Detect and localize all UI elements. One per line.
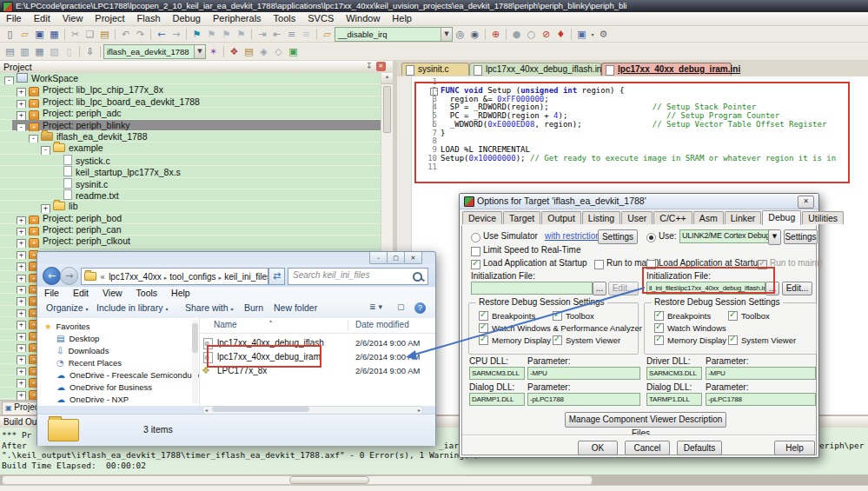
menu-project[interactable]: Project xyxy=(89,12,130,24)
disable-breakpoints-icon[interactable]: ⊘ xyxy=(539,28,553,41)
combo-dropdown-icon[interactable]: ▼ xyxy=(194,45,205,58)
target-options-icon[interactable]: ✶ xyxy=(206,45,221,58)
manage-component-viewer-button[interactable]: Manage Component Viewer Description File… xyxy=(565,412,726,428)
tree-item[interactable]: -example xyxy=(0,143,393,153)
tree-item[interactable]: -iflash_ea_devkit_1788 xyxy=(0,131,393,142)
translate-file-icon[interactable]: ▤ xyxy=(3,45,17,58)
debugger-dropdown-icon[interactable]: ▼ xyxy=(768,229,781,245)
configure-icon[interactable]: ⚙ xyxy=(596,28,611,41)
enable-breakpoint-icon[interactable]: ○ xyxy=(524,28,539,41)
explorer-menu-edit[interactable]: Edit xyxy=(66,287,96,300)
dialog-tab-asm[interactable]: Asm xyxy=(693,211,724,224)
download-to-flash-icon[interactable]: ⇩ xyxy=(83,45,97,58)
driver-dll-param-field[interactable]: -MPU xyxy=(706,367,816,380)
restore-option[interactable]: Memory Display xyxy=(479,335,551,345)
checkbox[interactable] xyxy=(728,311,738,321)
comment-icon[interactable]: ≡ xyxy=(284,28,299,41)
scroll-thumb[interactable] xyxy=(192,323,198,353)
command-organize[interactable]: Organize▾ xyxy=(46,302,89,313)
minimize-button[interactable]: – xyxy=(369,252,388,264)
sidebar-scrollbar[interactable] xyxy=(192,320,198,404)
restore-option[interactable]: Memory Display xyxy=(654,335,726,345)
editor-tab[interactable]: sysinit.c xyxy=(401,63,469,76)
preview-pane-button[interactable]: ▢ xyxy=(397,302,405,311)
scroll-thumb[interactable] xyxy=(383,86,391,133)
restore-option[interactable]: Breakpoints xyxy=(654,310,711,321)
edit-button-right[interactable]: Edit... xyxy=(782,282,812,295)
defaults-button[interactable]: Defaults xyxy=(677,441,722,455)
bookmark-icon[interactable]: ⚑ xyxy=(189,28,204,41)
checkbox[interactable] xyxy=(479,311,488,321)
help-button[interactable]: Help xyxy=(774,441,815,455)
build-icon[interactable]: ▥ xyxy=(17,45,32,58)
use-simulator-radio[interactable] xyxy=(471,233,480,242)
dialog-dll-field-right[interactable]: TARMP1.DLL xyxy=(646,393,702,406)
tree-item[interactable]: systick.c xyxy=(0,155,393,165)
restore-option[interactable]: Watch Windows & Performance Analyzer xyxy=(479,322,642,333)
sidebar-item-onedrive[interactable]: ☁OneDrive for Business xyxy=(56,382,152,392)
command-new-folder[interactable]: New folder xyxy=(274,302,317,313)
back-button[interactable]: ← xyxy=(43,267,61,285)
debugger-select[interactable]: ULINK2/ME Cortex Debugger xyxy=(679,229,773,243)
restore-option[interactable]: Toolbox xyxy=(553,310,594,321)
uncomment-icon[interactable]: ≡ xyxy=(299,28,314,41)
checkbox[interactable] xyxy=(728,335,738,345)
find-folder-icon[interactable]: ▱ xyxy=(320,28,335,41)
redo-icon[interactable]: ↷ xyxy=(133,28,148,41)
menu-peripherals[interactable]: Peripherals xyxy=(207,12,268,24)
command-burn[interactable]: Burn xyxy=(244,302,263,313)
search-box[interactable]: Search keil_ini_files xyxy=(288,268,428,285)
restore-option[interactable]: Toolbox xyxy=(728,310,770,321)
simulator-settings-button[interactable]: Settings xyxy=(598,229,638,244)
with-restrictions-link[interactable]: with restrictions xyxy=(545,231,605,241)
dialog-dll-param-field-left[interactable]: -pLPC1788 xyxy=(527,393,640,406)
tree-item[interactable]: keil_startup_lpc177x_8x.s xyxy=(0,166,393,176)
dialog-tab-output[interactable]: Output xyxy=(541,211,581,224)
tree-item[interactable]: +lib xyxy=(0,201,393,211)
checkbox[interactable] xyxy=(479,323,488,333)
batch-build-icon[interactable]: ▧ xyxy=(47,45,62,58)
dialog-tab-utilities[interactable]: Utilities xyxy=(802,211,844,224)
undo-icon[interactable]: ↶ xyxy=(118,28,133,41)
find-in-files-icon[interactable]: ◎ xyxy=(453,28,467,41)
cpu-dll-field[interactable]: SARMCM3.DLL xyxy=(469,367,525,380)
paste-icon[interactable]: ▤ xyxy=(97,28,112,41)
tree-item[interactable]: -+Project: periph_blinky xyxy=(0,120,393,130)
sidebar-item-onedrive[interactable]: ☁OneDrive - NXP xyxy=(56,395,129,404)
pack-installer-icon[interactable]: ▣ xyxy=(286,45,301,58)
pin-icon[interactable]: ↧ xyxy=(366,62,373,70)
tree-item[interactable]: ++Project: periph_adc xyxy=(0,108,393,118)
checkbox[interactable] xyxy=(654,323,664,333)
scroll-left-icon[interactable]: ◂ xyxy=(205,407,208,413)
command-include-in-library[interactable]: Include in library▾ xyxy=(96,302,168,313)
find-text-icon[interactable]: ◉ xyxy=(467,28,482,41)
insert-breakpoint-icon[interactable]: ● xyxy=(509,28,524,41)
books-icon[interactable]: ◇ xyxy=(271,45,286,58)
breadcrumb-segment[interactable]: lpc17xx_40xx xyxy=(109,272,162,282)
dialog-tab-user[interactable]: User xyxy=(621,211,653,224)
explorer-menu-view[interactable]: View xyxy=(96,287,129,300)
manage-project-items-icon[interactable]: ▤ xyxy=(242,45,256,58)
menu-window[interactable]: Window xyxy=(340,12,386,24)
cpu-dll-param-field[interactable]: -MPU xyxy=(527,367,640,380)
dialog-tab-cc[interactable]: C/C++ xyxy=(653,211,692,224)
tree-item[interactable]: ++Project: periph_clkout xyxy=(0,236,393,246)
load-app-checkbox-left[interactable] xyxy=(471,260,480,269)
file-extensions-icon[interactable]: ◈ xyxy=(256,45,271,58)
sidebar-item-onedrive[interactable]: ☁OneDrive - Freescale Semiconductor xyxy=(56,370,199,380)
column-divider[interactable] xyxy=(348,320,348,331)
zoom-icon[interactable]: ⊕ xyxy=(488,28,503,41)
menu-flash[interactable]: Flash xyxy=(131,12,167,24)
expand-icon[interactable]: + xyxy=(17,391,26,400)
dialog-dll-param-field-right[interactable]: -pLPC1788 xyxy=(706,393,816,406)
outdent-icon[interactable]: ⇤ xyxy=(269,28,284,41)
tree-item[interactable]: ++Project: lib_lpc_chip_177x_8x xyxy=(0,84,393,95)
indent-icon[interactable]: ⇥ xyxy=(255,28,269,41)
cancel-button[interactable]: Cancel xyxy=(625,441,670,455)
scroll-thumb[interactable] xyxy=(212,407,309,412)
dialog-titlebar[interactable]: Options for Target 'iflash_ea_devkit_178… xyxy=(460,194,818,209)
dialog-tab-linker[interactable]: Linker xyxy=(725,211,762,224)
refresh-button[interactable]: ⇄ xyxy=(268,268,285,285)
driver-dll-field[interactable]: SARMCM3.DLL xyxy=(646,367,702,380)
nav-back-icon[interactable]: ← xyxy=(154,28,169,41)
